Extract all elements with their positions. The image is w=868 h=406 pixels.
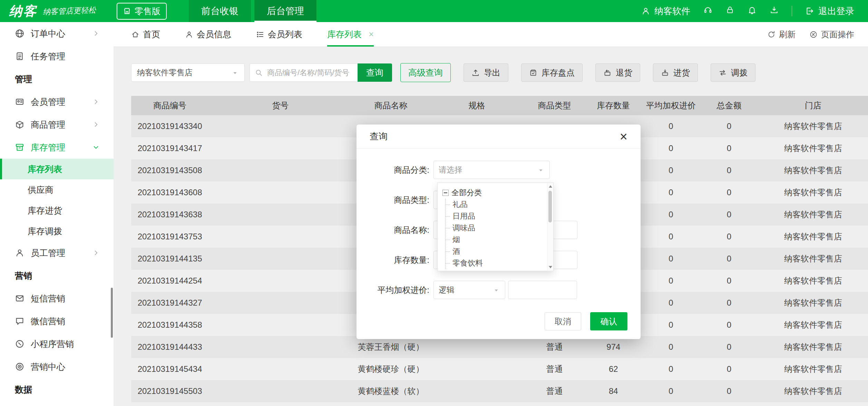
sidebar-item[interactable]: 短信营销 — [0, 287, 114, 310]
export-button[interactable]: 导出 — [464, 63, 508, 82]
page-tab-1[interactable]: 会员信息 — [185, 22, 231, 47]
refresh-button[interactable]: 刷新 — [767, 29, 796, 40]
table-cell: 芙蓉王香烟（硬） — [352, 341, 429, 353]
table-cell: 纳客软件零售店 — [758, 187, 868, 198]
scrollbar-thumb[interactable] — [548, 191, 552, 222]
table-cell: 20210319143340 — [131, 121, 208, 131]
sidebar-item[interactable]: 商品管理 — [0, 113, 114, 136]
tree-node[interactable]: 调味品 — [446, 222, 553, 234]
dropdown-scrollbar[interactable] — [547, 183, 553, 270]
toolbar-action-buttons: 导出库存盘点退货进货调拨 — [451, 63, 755, 82]
user-menu[interactable]: 纳客软件 — [641, 5, 690, 17]
tree-node[interactable]: 烟 — [446, 234, 553, 246]
page-tab-0[interactable]: 首页 — [131, 22, 160, 47]
tree-root-label: 全部分类 — [451, 188, 482, 198]
transfer-button[interactable]: 调拨 — [711, 63, 755, 82]
search-box — [250, 63, 358, 82]
edition-badge: 零售版 — [117, 3, 167, 20]
sidebar-subitem[interactable]: 供应商 — [0, 179, 114, 200]
table-cell: 0 — [642, 188, 700, 197]
table-cell: 纳客软件零售店 — [758, 121, 868, 132]
header-nav-tab-1[interactable]: 后台管理 — [254, 0, 316, 22]
stocktake-button[interactable]: 库存盘点 — [521, 63, 583, 82]
tree-node[interactable]: 酒 — [446, 246, 553, 257]
query-button[interactable]: 查询 — [358, 63, 392, 82]
sidebar-item[interactable]: 营销中心 — [0, 355, 114, 378]
modal-header: 查询 — [357, 125, 641, 149]
sidebar-item[interactable]: 员工管理 — [0, 241, 114, 264]
sidebar-item[interactable]: 会员管理 — [0, 90, 114, 113]
table-row[interactable]: 20210319145503黄鹤楼蓝楼（软）普通8400纳客软件零售店 — [131, 380, 868, 402]
purchase-button[interactable]: 进货 — [653, 63, 698, 82]
header-right: 纳客软件 退出登录 — [641, 5, 854, 17]
sidebar-item[interactable]: 订单中心 — [0, 22, 114, 45]
scroll-up-icon[interactable] — [549, 185, 552, 188]
category-select[interactable]: 请选择 — [433, 161, 550, 179]
advanced-query-button[interactable]: 高级查询 — [400, 63, 451, 82]
sidebar-subitem[interactable]: 库存列表 — [0, 159, 114, 179]
wechat-chat-icon — [15, 316, 25, 326]
header-divider — [792, 6, 792, 16]
confirm-button[interactable]: 确认 — [590, 312, 627, 330]
tree-node-label: 日用品 — [452, 211, 475, 221]
return-button[interactable]: 退货 — [595, 63, 640, 82]
sidebar-scrollbar[interactable] — [111, 288, 113, 338]
price-label: 平均加权进价: — [357, 285, 433, 296]
collapse-icon[interactable] — [442, 190, 449, 196]
search-input[interactable] — [266, 68, 354, 78]
page-tab-2[interactable]: 会员列表 — [256, 22, 302, 47]
tree-children: 礼品日用品调味品烟酒零食饮料 — [445, 199, 553, 269]
tree-node-label: 零食饮料 — [452, 258, 483, 268]
table-cell: 0 — [700, 254, 758, 264]
price-input[interactable] — [508, 281, 577, 299]
tabbar-actions: 刷新 页面操作 — [767, 22, 854, 47]
tree-node-root[interactable]: 全部分类 — [442, 187, 553, 199]
close-icon[interactable]: × — [369, 29, 374, 40]
sidebar-subitem[interactable]: 库存调拨 — [0, 221, 114, 241]
sidebar-item[interactable]: 微信营销 — [0, 310, 114, 333]
sidebar-item[interactable]: 库存管理 — [0, 136, 114, 159]
app-logo: 纳客 — [9, 2, 37, 20]
sms-mail-icon — [15, 294, 25, 303]
table-row[interactable]: 20210319144433芙蓉王香烟（硬）普通97400纳客软件零售店 — [131, 336, 868, 358]
toolbar-button-label: 库存盘点 — [542, 67, 575, 78]
search-icon — [255, 69, 263, 77]
table-cell: 0 — [700, 342, 758, 352]
table-header-cell: 规格 — [430, 100, 524, 111]
cancel-button[interactable]: 取消 — [545, 312, 581, 330]
table-cell: 0 — [700, 276, 758, 286]
tree-node[interactable]: 零食饮料 — [446, 257, 553, 269]
store-select[interactable]: 纳客软件零售店 — [131, 63, 245, 82]
download-icon — [770, 6, 779, 14]
sidebar-item[interactable]: 任务管理 — [0, 45, 114, 68]
sidebar-subitem[interactable]: 库存进货 — [0, 200, 114, 221]
sidebar-item[interactable]: 小程序营销 — [0, 333, 114, 355]
table-cell: 0 — [642, 143, 700, 153]
table-cell: 纳客软件零售店 — [758, 341, 868, 353]
table-cell: 0 — [642, 298, 700, 308]
table-cell: 20210319144135 — [131, 254, 208, 264]
page-tabbar: 首页会员信息会员列表库存列表× 刷新 页面操作 — [114, 22, 868, 47]
header-nav-tab-0[interactable]: 前台收银 — [189, 0, 251, 22]
table-row[interactable]: 20210319145434黄鹤楼硬珍（硬）普通6200纳客软件零售店 — [131, 358, 868, 380]
page-operations-button[interactable]: 页面操作 — [809, 29, 854, 40]
scroll-down-icon[interactable] — [549, 266, 552, 268]
sidebar-item[interactable]: 数据分析 — [0, 401, 114, 406]
lock-button[interactable] — [725, 6, 734, 17]
table-cell: 0 — [700, 210, 758, 219]
download-button[interactable] — [770, 6, 779, 17]
page-tab-3[interactable]: 库存列表× — [327, 22, 374, 47]
bell-button[interactable] — [748, 6, 757, 17]
tree-node[interactable]: 日用品 — [446, 210, 553, 222]
logout-button[interactable]: 退出登录 — [805, 5, 854, 17]
logic-select[interactable]: 逻辑 — [433, 281, 505, 299]
toolbar-button-label: 导出 — [484, 67, 500, 78]
table-cell: 普通 — [524, 341, 585, 353]
user-name: 纳客软件 — [654, 5, 690, 17]
tree-node[interactable]: 礼品 — [446, 199, 553, 210]
close-icon[interactable] — [620, 130, 627, 143]
headset-button[interactable] — [703, 6, 712, 17]
app-root: 纳客 纳客管店更轻松 零售版 前台收银后台管理 纳客软件 退出登录 订单中心任务… — [0, 0, 868, 406]
home-icon — [131, 30, 139, 39]
users-icon — [256, 30, 264, 39]
